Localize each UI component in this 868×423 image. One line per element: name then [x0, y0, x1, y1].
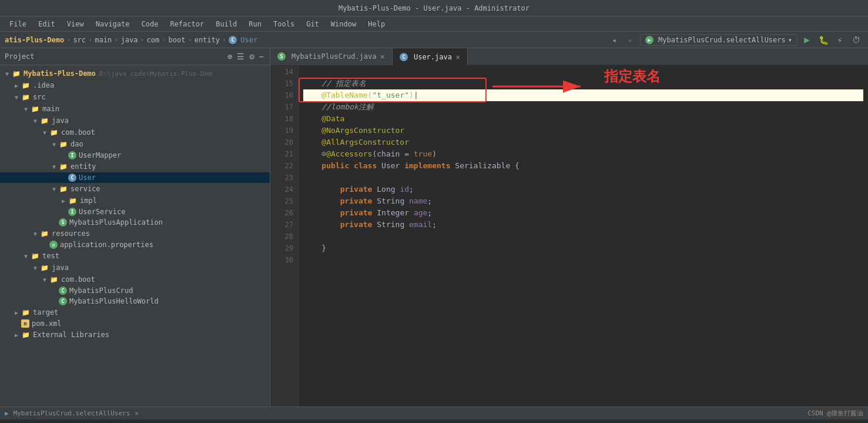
- folder-icon: 📁: [21, 308, 31, 317]
- tree-item-pom[interactable]: m pom.xml: [0, 318, 270, 329]
- application-label: MybatisPlusApplication: [69, 218, 163, 227]
- tree-item-application[interactable]: S MybatisPlusApplication: [0, 217, 270, 228]
- sidebar-settings-btn[interactable]: ⚙: [248, 51, 255, 62]
- tab-icon: S: [277, 52, 286, 61]
- tab-label: User.java: [414, 53, 452, 61]
- tree-item-helloworld[interactable]: C MybatisPlusHelloWorld: [0, 296, 270, 307]
- menu-build[interactable]: Build: [211, 19, 242, 29]
- code-line-19: @NoArgsConstructor: [303, 125, 863, 136]
- breadcrumb-entity[interactable]: entity: [195, 36, 220, 44]
- tree-item-java[interactable]: ▼ 📁 java: [0, 115, 270, 126]
- tree-item-resources[interactable]: ▼ 📁 resources: [0, 228, 270, 239]
- folder-icon: 📁: [59, 184, 68, 194]
- code-line-28: [303, 231, 863, 242]
- tree-item-impl[interactable]: ▶ 📁 impl: [0, 195, 270, 206]
- breadcrumb-main[interactable]: main: [95, 36, 112, 44]
- tree-item-entity[interactable]: ▼ 📁 entity: [0, 161, 270, 172]
- menu-view[interactable]: View: [62, 19, 89, 29]
- breadcrumb-project[interactable]: atis-Plus-Demo: [5, 36, 64, 44]
- menu-refactor[interactable]: Refactor: [165, 19, 209, 29]
- back-button[interactable]: ◂: [607, 33, 621, 47]
- dao-label: dao: [71, 140, 83, 148]
- run-config-icon: ▶: [645, 36, 653, 44]
- breadcrumb-user[interactable]: User: [240, 36, 257, 44]
- folder-icon: 📁: [59, 162, 68, 171]
- tree-item-comboot[interactable]: ▼ 📁 com.boot: [0, 126, 270, 138]
- code-editor[interactable]: 14 15 16 17 18 19 20 21 22 23 24 25 26 2…: [270, 66, 868, 407]
- breadcrumb-com[interactable]: com: [147, 36, 160, 44]
- debug-button[interactable]: 🐛: [816, 33, 830, 47]
- menu-edit[interactable]: Edit: [33, 19, 60, 29]
- tree-item-test-comboot[interactable]: ▼ 📁 com.boot: [0, 274, 270, 285]
- menu-tools[interactable]: Tools: [269, 19, 299, 29]
- tree-item-properties[interactable]: ⚙ application.properties: [0, 239, 270, 250]
- breadcrumb: atis-Plus-Demo › src › main › java › com…: [5, 36, 605, 44]
- folder-icon: 📁: [59, 139, 68, 149]
- breadcrumb-src[interactable]: src: [73, 36, 86, 44]
- sidebar-title: Project: [5, 52, 224, 61]
- comboot-label: com.boot: [61, 128, 95, 136]
- tab-mybatispluscrud[interactable]: S MybatisPlusCrud.java ×: [270, 48, 393, 65]
- expand-arrow: ▼: [31, 265, 40, 271]
- resources-label: resources: [52, 229, 90, 238]
- code-line-23: [303, 172, 863, 184]
- code-line-16: @TableName("t_user")|: [303, 89, 863, 101]
- tree-item-project[interactable]: ▼ 📁 Mybatis-Plus-Demo D:\java code\Mybat…: [0, 68, 270, 79]
- tree-item-crud[interactable]: C MybatisPlusCrud: [0, 285, 270, 296]
- code-line-18: @Data: [303, 113, 863, 125]
- code-line-22: public class User implements Serializabl…: [303, 160, 863, 172]
- sidebar-add-btn[interactable]: ⊕: [226, 51, 233, 62]
- menu-run[interactable]: Run: [244, 19, 266, 29]
- properties-label: application.properties: [60, 241, 153, 249]
- tree-item-user[interactable]: C User: [0, 172, 270, 183]
- tree-item-dao[interactable]: ▼ 📁 dao: [0, 138, 270, 150]
- tree-item-external[interactable]: ▶ 📁 External Libraries: [0, 329, 270, 341]
- forward-button[interactable]: ▸: [624, 33, 638, 47]
- expand-arrow: ▼: [21, 106, 31, 112]
- expand-arrow: ▼: [21, 253, 31, 259]
- idea-label: .idea: [33, 81, 54, 89]
- code-line-24: private Long id;: [303, 184, 863, 195]
- tab-label: MybatisPlusCrud.java: [291, 52, 377, 61]
- coverage-button[interactable]: ⚡: [833, 33, 847, 47]
- menu-window[interactable]: Window: [326, 19, 361, 29]
- tab-close-btn[interactable]: ×: [455, 52, 460, 62]
- tree-item-userservice[interactable]: I UserService: [0, 206, 270, 217]
- interface-icon: I: [68, 151, 76, 159]
- sidebar-align-btn[interactable]: ☰: [236, 51, 246, 62]
- impl-label: impl: [80, 196, 97, 205]
- run-close[interactable]: ×: [135, 409, 139, 417]
- menu-file[interactable]: File: [5, 19, 31, 29]
- folder-icon: 📁: [49, 275, 59, 284]
- menu-code[interactable]: Code: [137, 19, 163, 29]
- tree-item-main[interactable]: ▼ 📁 main: [0, 103, 270, 115]
- expand-arrow: ▶: [12, 82, 21, 89]
- external-label: External Libraries: [33, 331, 109, 339]
- tab-close-btn[interactable]: ×: [380, 52, 385, 61]
- tree-item-test-java[interactable]: ▼ 📁 java: [0, 262, 270, 274]
- tree-item-target[interactable]: ▶ 📁 target: [0, 307, 270, 318]
- breadcrumb-boot[interactable]: boot: [169, 36, 186, 44]
- breadcrumb-java[interactable]: java: [120, 36, 138, 44]
- run-button[interactable]: ▶: [800, 33, 814, 47]
- tree-item-src[interactable]: ▼ 📁 src: [0, 91, 270, 103]
- tree-item-idea[interactable]: ▶ 📁 .idea: [0, 79, 270, 91]
- tab-user[interactable]: C User.java ×: [393, 48, 468, 65]
- class-icon: C: [68, 174, 76, 182]
- folder-icon: 📁: [31, 251, 40, 261]
- profile-button[interactable]: ⏱: [849, 33, 863, 47]
- menu-help[interactable]: Help: [363, 19, 390, 29]
- menu-git[interactable]: Git: [301, 19, 324, 29]
- editor-area: S MybatisPlusCrud.java × C User.java × 1…: [270, 48, 868, 407]
- tree-item-usermapper[interactable]: I UserMapper: [0, 150, 270, 161]
- test-label: test: [42, 252, 59, 260]
- line-numbers: 14 15 16 17 18 19 20 21 22 23 24 25 26 2…: [270, 66, 299, 407]
- menu-navigate[interactable]: Navigate: [91, 19, 135, 29]
- run-config-selector[interactable]: ▶ MybatisPlusCrud.selectAllUsers ▾: [640, 34, 797, 46]
- tree-item-service[interactable]: ▼ 📁 service: [0, 183, 270, 195]
- helloworld-label: MybatisPlusHelloWorld: [69, 297, 159, 305]
- expand-arrow: ▼: [40, 277, 49, 283]
- user-label: User: [79, 174, 96, 182]
- tree-item-test[interactable]: ▼ 📁 test: [0, 250, 270, 262]
- sidebar-close-btn[interactable]: −: [258, 51, 265, 62]
